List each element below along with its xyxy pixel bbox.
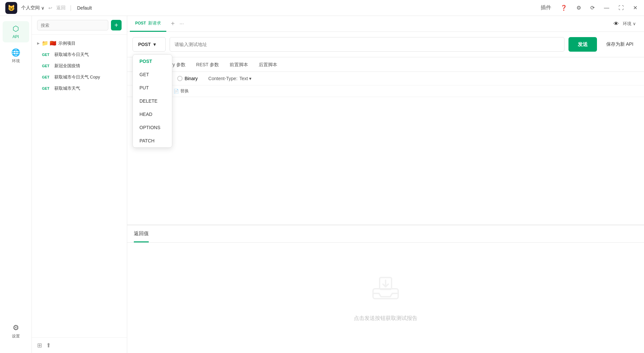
tabs-right: 👁 环境 ∨ [614,21,641,27]
content-type-selector: Content-Type: Text ▾ [208,76,252,81]
upload-icon[interactable]: ⬆ [46,342,51,349]
method-badge-get: GET [40,52,52,57]
api-item-covid[interactable]: GET 新冠全国疫情 [32,60,127,72]
sub-tab-post-script[interactable]: 后置脚本 [253,57,283,72]
sub-tabs: 请求体 Query 参数 REST 参数 前置脚本 后置脚本 [127,57,644,72]
nav-project: Default [77,5,92,11]
refresh-icon[interactable]: ⟳ [589,3,596,12]
chevron-down-icon: ∨ [633,21,636,26]
nav-space[interactable]: 个人空间 ∨ [21,5,44,11]
return-empty-state: 点击发送按钮获取测试报告 [127,243,644,353]
radio-binary-label: Binary [185,76,198,81]
replace-label: 替换 [180,88,189,94]
eye-icon: 👁 [614,21,619,27]
dropdown-option-delete[interactable]: DELETE [133,94,172,108]
nav-back-label: 返回 [56,5,66,11]
tab-more-button[interactable]: ··· [180,21,184,27]
file-panel-header: + [32,16,127,35]
folder-flag-icon: 📁 🇨🇳 [42,40,56,46]
env-label: 环境 [623,21,631,27]
method-badge-get: GET [40,75,52,80]
main-layout: ⬡ API 🌐 环境 ⚙ 设置 + ▶ 📁 🇨🇳 示例项目 GE [0,16,644,353]
icon-sidebar: ⬡ API 🌐 环境 ⚙ 设置 [0,16,32,353]
tab-name: 新请求 [148,20,161,26]
replace-action[interactable]: 📄 替换 [174,88,189,94]
sidebar-label-api: API [13,34,19,39]
titlebar: 😺 个人空间 ∨ ↩ 返回 │ Default 插件 ❓ ⚙ ⟳ — ⛶ ✕ [0,0,644,16]
return-section: 返回值 点击发送按钮获取测试报告 [127,226,644,353]
env-selector[interactable]: 环境 ∨ [623,21,636,27]
app-logo: 😺 [5,2,17,14]
sidebar-item-settings[interactable]: ⚙ 设置 [3,320,29,342]
file-panel-bottom: ⊞ ⬆ [32,337,127,353]
api-name: 新冠全国疫情 [54,63,80,69]
help-icon[interactable]: ❓ [559,3,568,12]
tab-post-new[interactable]: POST 新请求 [130,16,166,32]
request-area: POST ▾ POST GET PUT DELETE HEAD OPTIONS … [127,32,644,57]
method-badge-get: GET [40,63,52,69]
tab-add-button[interactable]: + [168,19,178,29]
file-panel-body: ▶ 📁 🇨🇳 示例项目 GET 获取城市今日天气 GET 新冠全国疫情 GET … [32,35,127,337]
editor-toolbar: 📋 复制 🔍 搜索 📄 替换 [127,85,644,97]
nav-breadcrumb: 个人空间 ∨ ↩ 返回 │ Default [21,5,92,11]
method-arrow-icon: ▾ [153,42,156,47]
api-item-weather-city[interactable]: GET 获取城市天气 [32,83,127,94]
env-icon: 🌐 [11,48,20,57]
folder-label: 示例项目 [58,40,76,46]
return-header-bar: 返回值 [127,226,644,243]
api-name: 获取城市天气 [54,85,80,91]
settings-icon[interactable]: ⚙ [575,3,582,12]
method-label: POST [138,42,151,47]
dropdown-option-options[interactable]: OPTIONS [133,121,172,134]
tab-method-label: POST [135,21,146,25]
content-type-value: Text [240,76,248,81]
sidebar-item-api[interactable]: ⬡ API [3,21,29,42]
editor-area[interactable] [127,97,644,225]
api-name: 获取城市今日天气 [54,52,89,58]
dropdown-option-post[interactable]: POST [133,55,172,68]
gear-icon: ⚙ [13,324,19,332]
chevron-right-icon: ▶ [37,41,40,45]
method-badge-get: GET [40,86,52,91]
sub-tab-pre-script[interactable]: 前置脚本 [224,57,253,72]
close-icon[interactable]: ✕ [632,3,639,12]
method-dropdown-menu: POST GET PUT DELETE HEAD OPTIONS PATCH [133,54,172,148]
search-input[interactable] [37,20,108,30]
folder-item-examples[interactable]: ▶ 📁 🇨🇳 示例项目 [32,37,127,49]
dropdown-option-head[interactable]: HEAD [133,108,172,121]
maximize-icon[interactable]: ⛶ [617,4,625,12]
url-bar: POST ▾ POST GET PUT DELETE HEAD OPTIONS … [133,37,639,52]
titlebar-actions: 插件 ❓ ⚙ ⟳ — ⛶ ✕ [539,3,639,13]
dropdown-option-put[interactable]: PUT [133,81,172,94]
add-button[interactable]: + [111,20,122,30]
radio-binary[interactable]: Binary [177,76,198,81]
body-options: none Raw Binary Content-Type: Text ▾ [127,72,644,85]
tabs-bar: POST 新请求 + ··· 👁 环境 ∨ [127,16,644,32]
api-icon: ⬡ [13,25,19,33]
send-button[interactable]: 发送 [568,37,597,52]
api-name: 获取城市今日天气 Copy [54,74,100,80]
sidebar-label-env: 环境 [12,58,20,64]
dropdown-option-get[interactable]: GET [133,68,172,81]
method-selector: POST ▾ POST GET PUT DELETE HEAD OPTIONS … [133,37,166,52]
url-input[interactable] [170,37,564,52]
file-panel: + ▶ 📁 🇨🇳 示例项目 GET 获取城市今日天气 GET 新冠全国疫情 GE… [32,16,127,353]
save-api-button[interactable]: 保存为新 API [601,37,639,52]
api-item-weather-today[interactable]: GET 获取城市今日天气 [32,49,127,60]
minimize-icon[interactable]: — [603,4,611,12]
main-content: POST 新请求 + ··· 👁 环境 ∨ POST ▾ [127,16,644,353]
replace-icon: 📄 [174,89,179,94]
content-type-value-selector[interactable]: Text ▾ [240,76,252,81]
empty-inbox-icon [370,274,402,307]
empty-text: 点击发送按钮获取测试报告 [354,315,417,322]
api-item-weather-copy[interactable]: GET 获取城市今日天气 Copy [32,72,127,83]
sidebar-item-env[interactable]: 🌐 环境 [3,45,29,67]
dropdown-option-patch[interactable]: PATCH [133,134,172,147]
sub-tab-rest[interactable]: REST 参数 [191,57,224,72]
plugins-button[interactable]: 插件 [539,3,553,13]
method-dropdown-button[interactable]: POST ▾ [133,37,166,52]
grid-icon[interactable]: ⊞ [37,342,42,349]
return-tab[interactable]: 返回值 [134,226,149,242]
content-type-arrow-icon: ▾ [249,76,251,81]
content-type-label: Content-Type: [208,76,238,81]
